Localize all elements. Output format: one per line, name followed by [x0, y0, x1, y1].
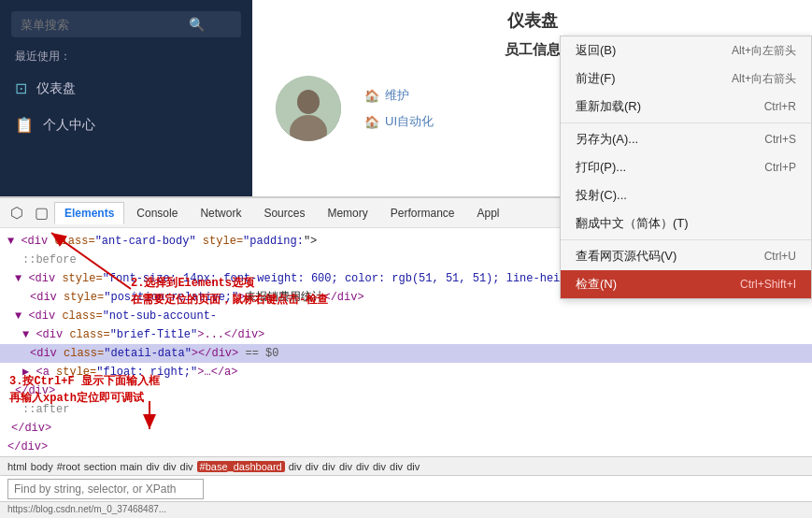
url-bar: https://blog.csdn.net/m_0_37468487... [0, 501, 812, 518]
search-icon: 🔍 [189, 17, 205, 32]
bc-section[interactable]: section [84, 461, 117, 472]
elements-line-8[interactable]: </div> [0, 381, 812, 400]
elements-line-4[interactable]: ▼ <div class="not-sub-account- [0, 307, 812, 325]
avatar [276, 76, 341, 141]
ctx-print[interactable]: 打印(P)... Ctrl+P [561, 153, 811, 181]
ctx-forward-label: 前进(F) [576, 70, 616, 87]
bc-div9[interactable]: div [373, 461, 386, 472]
emp-link-ui-auto-label: UI自动化 [385, 113, 434, 130]
ctx-translate[interactable]: 翻成中文（简体）(T) [561, 209, 811, 237]
sidebar-item-label-personal: 个人中心 [43, 117, 95, 134]
bc-div2[interactable]: div [163, 461, 176, 472]
ctx-divider-2 [561, 239, 811, 240]
personal-icon: 📋 [15, 116, 34, 134]
elements-line-10[interactable]: </div> [0, 419, 812, 438]
emp-link-maintenance-label: 维护 [385, 87, 409, 104]
tab-console[interactable]: Console [126, 202, 188, 224]
devtools-mobile-icon[interactable]: ▢ [30, 202, 52, 224]
page-title: 仪表盘 [271, 9, 793, 32]
employee-links: 🏠 维护 🏠 UI自动化 [364, 87, 434, 130]
sidebar-search-container[interactable]: 🔍 [11, 11, 241, 37]
ctx-cast[interactable]: 投射(C)... [561, 181, 811, 209]
emp-link-ui-auto[interactable]: 🏠 UI自动化 [364, 113, 434, 130]
devtools-pointer-icon[interactable]: ⬡ [6, 202, 28, 224]
ctx-reload[interactable]: 重新加载(R) Ctrl+R [561, 93, 811, 121]
tab-memory[interactable]: Memory [317, 202, 378, 224]
ctx-reload-shortcut: Ctrl+R [764, 100, 796, 113]
tab-network[interactable]: Network [190, 202, 251, 224]
dashboard-icon: ⊡ [15, 79, 27, 97]
xpath-search-input[interactable] [7, 479, 204, 499]
elements-line-6[interactable]: <div class="detail-data"></div> == $0 [0, 344, 812, 363]
elements-line-5[interactable]: ▼ <div class="brief-Title">...</div> [0, 325, 812, 344]
ctx-viewsource-label: 查看网页源代码(V) [576, 248, 677, 265]
ctx-back-shortcut: Alt+向左箭头 [732, 43, 796, 59]
search-bar [0, 475, 812, 501]
ctx-forward[interactable]: 前进(F) Alt+向右箭头 [561, 65, 811, 93]
ctx-saveas[interactable]: 另存为(A)... Ctrl+S [561, 125, 811, 153]
ctx-translate-label: 翻成中文（简体）(T) [576, 215, 689, 232]
ctx-divider-1 [561, 122, 811, 123]
ctx-inspect-label: 检查(N) [576, 276, 617, 293]
tab-sources[interactable]: Sources [253, 202, 315, 224]
elements-line-9[interactable]: ::after [0, 400, 812, 419]
sidebar-item-dashboard[interactable]: ⊡ 仪表盘 [0, 70, 252, 107]
ctx-viewsource-shortcut: Ctrl+U [764, 250, 796, 263]
bc-div11[interactable]: div [406, 461, 420, 472]
breadcrumb-bar: html body #root section main div div div… [0, 456, 812, 475]
sidebar-item-label-dashboard: 仪表盘 [36, 80, 76, 97]
bc-div8[interactable]: div [356, 461, 369, 472]
tab-elements[interactable]: Elements [54, 202, 124, 224]
ctx-print-shortcut: Ctrl+P [764, 161, 796, 174]
recently-used-label: 最近使用： [0, 45, 252, 70]
bc-html[interactable]: html [7, 461, 27, 472]
avatar-image [276, 76, 341, 141]
bc-base-dashboard[interactable]: #base_dashboard [197, 461, 285, 472]
ctx-back[interactable]: 返回(B) Alt+向左箭头 [561, 36, 811, 65]
ctx-back-label: 返回(B) [576, 42, 616, 59]
tab-performance[interactable]: Performance [380, 202, 465, 224]
bc-div4[interactable]: div [289, 461, 302, 472]
bc-body[interactable]: body [31, 461, 53, 472]
url-text: https://blog.csdn.net/m_0_37468487... [7, 504, 166, 514]
ctx-saveas-shortcut: Ctrl+S [764, 133, 796, 146]
ctx-saveas-label: 另存为(A)... [576, 131, 638, 148]
ctx-inspect[interactable]: 检查(N) Ctrl+Shift+I [561, 270, 811, 298]
bc-div7[interactable]: div [339, 461, 352, 472]
ctx-inspect-shortcut: Ctrl+Shift+I [740, 278, 796, 291]
ui-auto-icon: 🏠 [364, 115, 379, 129]
search-input[interactable] [21, 18, 189, 32]
elements-line-7[interactable]: ▶ <a style="float: right;">…</a> [0, 363, 812, 381]
maintenance-icon: 🏠 [364, 89, 379, 103]
context-menu: 返回(B) Alt+向左箭头 前进(F) Alt+向右箭头 重新加载(R) Ct… [560, 36, 812, 299]
sidebar-item-personal[interactable]: 📋 个人中心 [0, 107, 252, 143]
ctx-forward-shortcut: Alt+向右箭头 [732, 71, 796, 87]
bc-div3[interactable]: div [180, 461, 193, 472]
bc-div6[interactable]: div [322, 461, 335, 472]
bc-div10[interactable]: div [390, 461, 403, 472]
svg-point-1 [297, 90, 320, 114]
ctx-cast-label: 投射(C)... [576, 187, 627, 204]
bc-div1[interactable]: div [146, 461, 159, 472]
ctx-print-label: 打印(P)... [576, 159, 626, 176]
bc-root[interactable]: #root [57, 461, 80, 472]
bc-div5[interactable]: div [306, 461, 319, 472]
bc-main[interactable]: main [121, 461, 143, 472]
elements-line-11[interactable]: </div> [0, 438, 812, 456]
ctx-viewsource[interactable]: 查看网页源代码(V) Ctrl+U [561, 242, 811, 270]
emp-link-maintenance[interactable]: 🏠 维护 [364, 87, 434, 104]
tab-application[interactable]: Appl [466, 202, 509, 224]
ctx-reload-label: 重新加载(R) [576, 98, 641, 115]
